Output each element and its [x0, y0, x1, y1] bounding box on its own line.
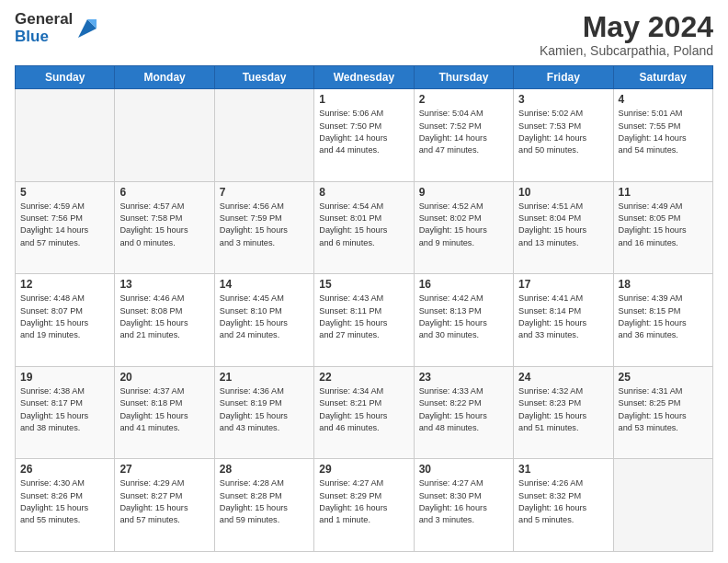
- col-sunday: Sunday: [16, 66, 115, 89]
- day-number: 8: [319, 186, 408, 199]
- day-number: 23: [419, 371, 508, 384]
- calendar-cell: 17Sunrise: 4:41 AM Sunset: 8:14 PM Dayli…: [514, 274, 613, 367]
- day-number: 2: [419, 93, 508, 106]
- calendar-cell: 28Sunrise: 4:28 AM Sunset: 8:28 PM Dayli…: [214, 459, 313, 552]
- day-info: Sunrise: 4:57 AM Sunset: 7:58 PM Dayligh…: [119, 201, 209, 249]
- day-info: Sunrise: 4:26 AM Sunset: 8:32 PM Dayligh…: [518, 477, 608, 526]
- day-info: Sunrise: 4:49 AM Sunset: 8:05 PM Dayligh…: [619, 201, 708, 249]
- calendar-cell: 2Sunrise: 5:04 AM Sunset: 7:52 PM Daylig…: [414, 89, 513, 182]
- calendar-cell: 16Sunrise: 4:42 AM Sunset: 8:13 PM Dayli…: [414, 274, 513, 367]
- header-row: Sunday Monday Tuesday Wednesday Thursday…: [16, 66, 713, 89]
- calendar-cell: 15Sunrise: 4:43 AM Sunset: 8:11 PM Dayli…: [314, 274, 414, 367]
- logo-general: General: [15, 11, 73, 29]
- col-monday: Monday: [115, 66, 214, 89]
- day-number: 5: [20, 186, 109, 199]
- day-info: Sunrise: 5:04 AM Sunset: 7:52 PM Dayligh…: [419, 108, 508, 156]
- day-number: 12: [20, 278, 109, 291]
- day-info: Sunrise: 4:28 AM Sunset: 8:28 PM Dayligh…: [220, 477, 309, 526]
- calendar-cell: 7Sunrise: 4:56 AM Sunset: 7:59 PM Daylig…: [214, 181, 313, 274]
- day-number: 17: [518, 278, 608, 291]
- day-info: Sunrise: 4:43 AM Sunset: 8:11 PM Dayligh…: [319, 293, 408, 341]
- day-number: 30: [419, 463, 508, 476]
- day-info: Sunrise: 4:29 AM Sunset: 8:27 PM Dayligh…: [119, 477, 209, 526]
- day-info: Sunrise: 4:52 AM Sunset: 8:02 PM Dayligh…: [419, 201, 508, 249]
- calendar-cell: 30Sunrise: 4:27 AM Sunset: 8:30 PM Dayli…: [414, 459, 513, 552]
- calendar-cell: 19Sunrise: 4:38 AM Sunset: 8:17 PM Dayli…: [16, 366, 115, 459]
- day-number: 15: [319, 278, 408, 291]
- col-tuesday: Tuesday: [214, 66, 313, 89]
- calendar-cell: 4Sunrise: 5:01 AM Sunset: 7:55 PM Daylig…: [613, 89, 712, 182]
- calendar-cell: 22Sunrise: 4:34 AM Sunset: 8:21 PM Dayli…: [314, 366, 414, 459]
- day-info: Sunrise: 5:02 AM Sunset: 7:53 PM Dayligh…: [518, 108, 608, 156]
- day-info: Sunrise: 4:41 AM Sunset: 8:14 PM Dayligh…: [518, 293, 608, 341]
- day-number: 24: [518, 371, 608, 384]
- calendar-cell: [613, 459, 712, 552]
- calendar-cell: [16, 89, 115, 182]
- day-info: Sunrise: 4:59 AM Sunset: 7:56 PM Dayligh…: [20, 201, 109, 249]
- day-number: 14: [220, 278, 309, 291]
- col-saturday: Saturday: [613, 66, 712, 89]
- calendar-cell: 6Sunrise: 4:57 AM Sunset: 7:58 PM Daylig…: [115, 181, 214, 274]
- page: General Blue May 2024 Kamien, Subcarpath…: [0, 0, 728, 563]
- day-number: 6: [119, 186, 209, 199]
- title-block: May 2024 Kamien, Subcarpathia, Poland: [540, 11, 713, 58]
- calendar-cell: 11Sunrise: 4:49 AM Sunset: 8:05 PM Dayli…: [613, 181, 712, 274]
- calendar-cell: 21Sunrise: 4:36 AM Sunset: 8:19 PM Dayli…: [214, 366, 313, 459]
- day-info: Sunrise: 4:34 AM Sunset: 8:21 PM Dayligh…: [319, 385, 408, 434]
- day-number: 9: [419, 186, 508, 199]
- day-number: 18: [619, 278, 708, 291]
- calendar-cell: [214, 89, 313, 182]
- calendar-cell: 9Sunrise: 4:52 AM Sunset: 8:02 PM Daylig…: [414, 181, 513, 274]
- location: Kamien, Subcarpathia, Poland: [540, 43, 713, 58]
- day-number: 10: [518, 186, 608, 199]
- day-info: Sunrise: 4:42 AM Sunset: 8:13 PM Dayligh…: [419, 293, 508, 341]
- day-info: Sunrise: 4:33 AM Sunset: 8:22 PM Dayligh…: [419, 385, 508, 434]
- calendar-cell: 8Sunrise: 4:54 AM Sunset: 8:01 PM Daylig…: [314, 181, 414, 274]
- col-thursday: Thursday: [414, 66, 513, 89]
- month-title: May 2024: [540, 11, 713, 43]
- day-info: Sunrise: 4:36 AM Sunset: 8:19 PM Dayligh…: [220, 385, 309, 434]
- day-number: 22: [319, 371, 408, 384]
- day-info: Sunrise: 4:38 AM Sunset: 8:17 PM Dayligh…: [20, 385, 109, 434]
- calendar-cell: 31Sunrise: 4:26 AM Sunset: 8:32 PM Dayli…: [514, 459, 613, 552]
- day-info: Sunrise: 4:51 AM Sunset: 8:04 PM Dayligh…: [518, 201, 608, 249]
- day-number: 29: [319, 463, 408, 476]
- calendar-cell: 13Sunrise: 4:46 AM Sunset: 8:08 PM Dayli…: [115, 274, 214, 367]
- week-row-4: 19Sunrise: 4:38 AM Sunset: 8:17 PM Dayli…: [16, 366, 713, 459]
- week-row-2: 5Sunrise: 4:59 AM Sunset: 7:56 PM Daylig…: [16, 181, 713, 274]
- calendar-table: Sunday Monday Tuesday Wednesday Thursday…: [15, 65, 713, 552]
- day-info: Sunrise: 5:06 AM Sunset: 7:50 PM Dayligh…: [319, 108, 408, 156]
- day-info: Sunrise: 4:48 AM Sunset: 8:07 PM Dayligh…: [20, 293, 109, 341]
- day-info: Sunrise: 4:30 AM Sunset: 8:26 PM Dayligh…: [20, 477, 109, 526]
- week-row-3: 12Sunrise: 4:48 AM Sunset: 8:07 PM Dayli…: [16, 274, 713, 367]
- day-info: Sunrise: 4:56 AM Sunset: 7:59 PM Dayligh…: [220, 201, 309, 249]
- day-number: 20: [119, 371, 209, 384]
- day-number: 7: [220, 186, 309, 199]
- logo-blue: Blue: [15, 29, 73, 46]
- calendar-cell: 10Sunrise: 4:51 AM Sunset: 8:04 PM Dayli…: [514, 181, 613, 274]
- calendar-cell: 3Sunrise: 5:02 AM Sunset: 7:53 PM Daylig…: [514, 89, 613, 182]
- day-number: 16: [419, 278, 508, 291]
- calendar-cell: 25Sunrise: 4:31 AM Sunset: 8:25 PM Dayli…: [613, 366, 712, 459]
- day-number: 21: [220, 371, 309, 384]
- calendar-cell: 23Sunrise: 4:33 AM Sunset: 8:22 PM Dayli…: [414, 366, 513, 459]
- day-number: 13: [119, 278, 209, 291]
- calendar-cell: [115, 89, 214, 182]
- calendar-cell: 27Sunrise: 4:29 AM Sunset: 8:27 PM Dayli…: [115, 459, 214, 552]
- day-info: Sunrise: 4:45 AM Sunset: 8:10 PM Dayligh…: [220, 293, 309, 341]
- day-number: 31: [518, 463, 608, 476]
- day-info: Sunrise: 5:01 AM Sunset: 7:55 PM Dayligh…: [619, 108, 708, 156]
- day-number: 25: [619, 371, 708, 384]
- calendar-cell: 26Sunrise: 4:30 AM Sunset: 8:26 PM Dayli…: [16, 459, 115, 552]
- day-info: Sunrise: 4:27 AM Sunset: 8:30 PM Dayligh…: [419, 477, 508, 526]
- day-info: Sunrise: 4:31 AM Sunset: 8:25 PM Dayligh…: [619, 385, 708, 434]
- calendar-cell: 18Sunrise: 4:39 AM Sunset: 8:15 PM Dayli…: [613, 274, 712, 367]
- logo: General Blue: [15, 11, 100, 45]
- day-info: Sunrise: 4:54 AM Sunset: 8:01 PM Dayligh…: [319, 201, 408, 249]
- week-row-5: 26Sunrise: 4:30 AM Sunset: 8:26 PM Dayli…: [16, 459, 713, 552]
- header: General Blue May 2024 Kamien, Subcarpath…: [15, 11, 713, 58]
- day-info: Sunrise: 4:46 AM Sunset: 8:08 PM Dayligh…: [119, 293, 209, 341]
- day-info: Sunrise: 4:32 AM Sunset: 8:23 PM Dayligh…: [518, 385, 608, 434]
- day-number: 11: [619, 186, 708, 199]
- day-number: 19: [20, 371, 109, 384]
